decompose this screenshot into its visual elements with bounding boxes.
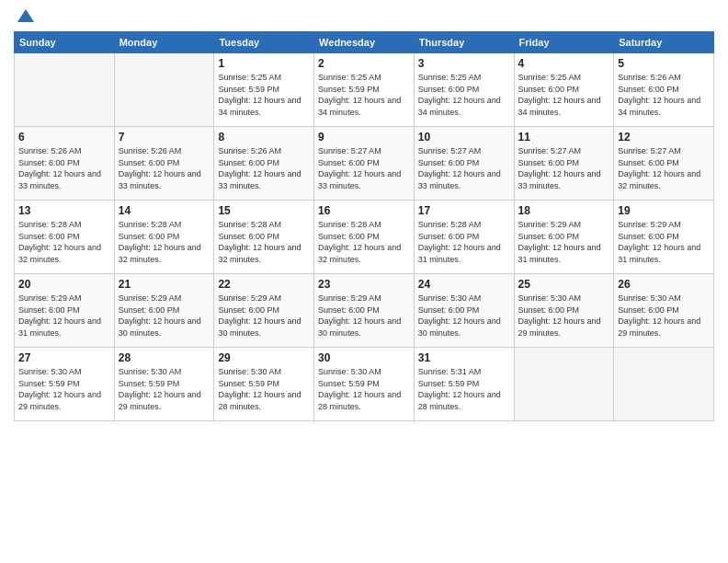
day-number: 29 xyxy=(218,351,310,364)
calendar-cell: 29Sunrise: 5:30 AMSunset: 5:59 PMDayligh… xyxy=(214,348,314,421)
day-info: Sunrise: 5:29 AMSunset: 6:00 PMDaylight:… xyxy=(618,219,710,265)
day-info: Sunrise: 5:26 AMSunset: 6:00 PMDaylight:… xyxy=(618,72,710,118)
calendar-week-row: 6Sunrise: 5:26 AMSunset: 6:00 PMDaylight… xyxy=(15,127,714,201)
calendar-cell: 27Sunrise: 5:30 AMSunset: 5:59 PMDayligh… xyxy=(15,348,115,421)
day-info: Sunrise: 5:30 AMSunset: 5:59 PMDaylight:… xyxy=(119,366,210,412)
calendar-table: SundayMondayTuesdayWednesdayThursdayFrid… xyxy=(14,31,714,421)
calendar-cell: 13Sunrise: 5:28 AMSunset: 6:00 PMDayligh… xyxy=(15,201,115,274)
day-info: Sunrise: 5:30 AMSunset: 6:00 PMDaylight:… xyxy=(518,293,610,339)
weekday-header-row: SundayMondayTuesdayWednesdayThursdayFrid… xyxy=(15,32,714,53)
calendar-cell: 2Sunrise: 5:25 AMSunset: 5:59 PMDaylight… xyxy=(314,53,415,127)
calendar-cell: 3Sunrise: 5:25 AMSunset: 6:00 PMDaylight… xyxy=(414,53,514,127)
logo-icon xyxy=(16,6,36,26)
day-info: Sunrise: 5:25 AMSunset: 5:59 PMDaylight:… xyxy=(318,72,410,118)
calendar-cell: 17Sunrise: 5:28 AMSunset: 6:00 PMDayligh… xyxy=(414,201,514,274)
day-info: Sunrise: 5:29 AMSunset: 6:00 PMDaylight:… xyxy=(518,219,610,265)
day-info: Sunrise: 5:28 AMSunset: 6:00 PMDaylight:… xyxy=(418,219,510,265)
calendar-cell: 14Sunrise: 5:28 AMSunset: 6:00 PMDayligh… xyxy=(114,201,214,274)
day-info: Sunrise: 5:29 AMSunset: 6:00 PMDaylight:… xyxy=(18,293,110,339)
day-info: Sunrise: 5:30 AMSunset: 5:59 PMDaylight:… xyxy=(218,366,310,412)
day-number: 22 xyxy=(218,278,310,291)
calendar-week-row: 27Sunrise: 5:30 AMSunset: 5:59 PMDayligh… xyxy=(15,348,714,421)
day-info: Sunrise: 5:28 AMSunset: 6:00 PMDaylight:… xyxy=(318,219,410,265)
calendar-cell: 15Sunrise: 5:28 AMSunset: 6:00 PMDayligh… xyxy=(214,201,314,274)
calendar-cell: 24Sunrise: 5:30 AMSunset: 6:00 PMDayligh… xyxy=(414,274,514,348)
calendar-cell: 31Sunrise: 5:31 AMSunset: 5:59 PMDayligh… xyxy=(414,348,514,421)
weekday-header-friday: Friday xyxy=(514,32,614,53)
svg-marker-0 xyxy=(17,9,34,22)
day-info: Sunrise: 5:29 AMSunset: 6:00 PMDaylight:… xyxy=(218,293,310,339)
day-number: 11 xyxy=(518,131,610,144)
day-info: Sunrise: 5:29 AMSunset: 6:00 PMDaylight:… xyxy=(318,293,410,339)
day-info: Sunrise: 5:25 AMSunset: 6:00 PMDaylight:… xyxy=(418,72,510,118)
weekday-header-wednesday: Wednesday xyxy=(314,32,415,53)
weekday-header-monday: Monday xyxy=(114,32,214,53)
day-number: 1 xyxy=(218,57,310,70)
calendar-week-row: 1Sunrise: 5:25 AMSunset: 5:59 PMDaylight… xyxy=(15,53,714,127)
day-info: Sunrise: 5:29 AMSunset: 6:00 PMDaylight:… xyxy=(119,293,210,339)
day-number: 7 xyxy=(119,131,210,144)
header xyxy=(14,9,714,26)
day-number: 18 xyxy=(518,204,610,217)
day-number: 25 xyxy=(518,278,610,291)
day-number: 5 xyxy=(618,57,710,70)
page: SundayMondayTuesdayWednesdayThursdayFrid… xyxy=(0,0,728,563)
day-info: Sunrise: 5:27 AMSunset: 6:00 PMDaylight:… xyxy=(618,145,710,191)
calendar-cell: 19Sunrise: 5:29 AMSunset: 6:00 PMDayligh… xyxy=(614,201,714,274)
calendar-cell: 22Sunrise: 5:29 AMSunset: 6:00 PMDayligh… xyxy=(214,274,314,348)
day-info: Sunrise: 5:27 AMSunset: 6:00 PMDaylight:… xyxy=(518,145,610,191)
day-number: 10 xyxy=(418,131,510,144)
day-number: 3 xyxy=(418,57,510,70)
calendar-cell xyxy=(514,348,614,421)
calendar-cell xyxy=(15,53,115,127)
calendar-cell: 9Sunrise: 5:27 AMSunset: 6:00 PMDaylight… xyxy=(314,127,415,201)
weekday-header-saturday: Saturday xyxy=(614,32,714,53)
day-info: Sunrise: 5:25 AMSunset: 5:59 PMDaylight:… xyxy=(218,72,310,118)
day-info: Sunrise: 5:30 AMSunset: 5:59 PMDaylight:… xyxy=(318,366,410,412)
calendar-week-row: 13Sunrise: 5:28 AMSunset: 6:00 PMDayligh… xyxy=(15,201,714,274)
day-info: Sunrise: 5:26 AMSunset: 6:00 PMDaylight:… xyxy=(119,145,210,191)
calendar-cell: 16Sunrise: 5:28 AMSunset: 6:00 PMDayligh… xyxy=(314,201,415,274)
day-info: Sunrise: 5:28 AMSunset: 6:00 PMDaylight:… xyxy=(218,219,310,265)
day-info: Sunrise: 5:28 AMSunset: 6:00 PMDaylight:… xyxy=(119,219,210,265)
day-info: Sunrise: 5:30 AMSunset: 6:00 PMDaylight:… xyxy=(618,293,710,339)
day-number: 19 xyxy=(618,204,710,217)
calendar-cell: 10Sunrise: 5:27 AMSunset: 6:00 PMDayligh… xyxy=(414,127,514,201)
day-number: 14 xyxy=(119,204,210,217)
day-info: Sunrise: 5:30 AMSunset: 5:59 PMDaylight:… xyxy=(18,366,110,412)
day-number: 9 xyxy=(318,131,410,144)
day-number: 15 xyxy=(218,204,310,217)
calendar-cell: 6Sunrise: 5:26 AMSunset: 6:00 PMDaylight… xyxy=(15,127,115,201)
day-number: 28 xyxy=(119,351,210,364)
day-number: 24 xyxy=(418,278,510,291)
day-info: Sunrise: 5:27 AMSunset: 6:00 PMDaylight:… xyxy=(418,145,510,191)
calendar-cell xyxy=(114,53,214,127)
day-number: 30 xyxy=(318,351,410,364)
logo xyxy=(14,9,36,26)
calendar-cell xyxy=(614,348,714,421)
calendar-cell: 26Sunrise: 5:30 AMSunset: 6:00 PMDayligh… xyxy=(614,274,714,348)
day-number: 13 xyxy=(18,204,110,217)
day-number: 17 xyxy=(418,204,510,217)
day-number: 20 xyxy=(18,278,110,291)
day-info: Sunrise: 5:26 AMSunset: 6:00 PMDaylight:… xyxy=(18,145,110,191)
day-number: 31 xyxy=(418,351,510,364)
calendar-cell: 5Sunrise: 5:26 AMSunset: 6:00 PMDaylight… xyxy=(614,53,714,127)
calendar-cell: 23Sunrise: 5:29 AMSunset: 6:00 PMDayligh… xyxy=(314,274,415,348)
calendar-cell: 28Sunrise: 5:30 AMSunset: 5:59 PMDayligh… xyxy=(114,348,214,421)
day-info: Sunrise: 5:26 AMSunset: 6:00 PMDaylight:… xyxy=(218,145,310,191)
calendar-week-row: 20Sunrise: 5:29 AMSunset: 6:00 PMDayligh… xyxy=(15,274,714,348)
day-number: 23 xyxy=(318,278,410,291)
calendar-cell: 11Sunrise: 5:27 AMSunset: 6:00 PMDayligh… xyxy=(514,127,614,201)
day-info: Sunrise: 5:28 AMSunset: 6:00 PMDaylight:… xyxy=(18,219,110,265)
day-number: 4 xyxy=(518,57,610,70)
day-info: Sunrise: 5:25 AMSunset: 6:00 PMDaylight:… xyxy=(518,72,610,118)
day-info: Sunrise: 5:31 AMSunset: 5:59 PMDaylight:… xyxy=(418,366,510,412)
calendar-cell: 8Sunrise: 5:26 AMSunset: 6:00 PMDaylight… xyxy=(214,127,314,201)
day-info: Sunrise: 5:30 AMSunset: 6:00 PMDaylight:… xyxy=(418,293,510,339)
day-number: 6 xyxy=(18,131,110,144)
day-number: 8 xyxy=(218,131,310,144)
calendar-cell: 30Sunrise: 5:30 AMSunset: 5:59 PMDayligh… xyxy=(314,348,415,421)
day-number: 21 xyxy=(119,278,210,291)
calendar-cell: 18Sunrise: 5:29 AMSunset: 6:00 PMDayligh… xyxy=(514,201,614,274)
